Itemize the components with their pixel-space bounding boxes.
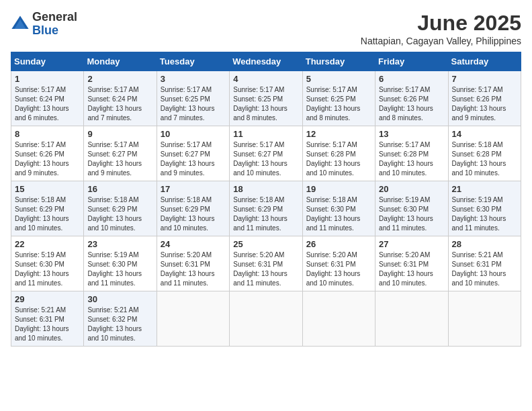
daylight-label: Daylight: 13 hours and 11 minutes. xyxy=(233,215,287,232)
sunrise-label: Sunrise: 5:17 AM xyxy=(15,86,66,93)
table-row: 5 Sunrise: 5:17 AM Sunset: 6:25 PM Dayli… xyxy=(302,71,375,126)
table-row: 17 Sunrise: 5:18 AM Sunset: 6:29 PM Dayl… xyxy=(157,181,229,236)
sunset-label: Sunset: 6:31 PM xyxy=(161,261,210,268)
daylight-label: Daylight: 13 hours and 6 minutes. xyxy=(15,105,69,122)
day-number: 5 xyxy=(306,74,371,84)
calendar-header-row: Sunday Monday Tuesday Wednesday Thursday… xyxy=(11,52,521,71)
day-number: 18 xyxy=(233,184,298,194)
daylight-label: Daylight: 13 hours and 10 minutes. xyxy=(452,270,506,287)
day-info: Sunrise: 5:18 AM Sunset: 6:29 PM Dayligh… xyxy=(233,195,298,233)
day-number: 13 xyxy=(379,129,444,139)
daylight-label: Daylight: 13 hours and 11 minutes. xyxy=(233,270,287,287)
daylight-label: Daylight: 13 hours and 10 minutes. xyxy=(379,270,433,287)
sunset-label: Sunset: 6:28 PM xyxy=(452,150,502,158)
day-info: Sunrise: 5:17 AM Sunset: 6:25 PM Dayligh… xyxy=(161,85,226,123)
day-number: 4 xyxy=(233,74,298,84)
sunset-label: Sunset: 6:25 PM xyxy=(306,95,356,103)
table-row xyxy=(375,291,448,347)
sunrise-label: Sunrise: 5:17 AM xyxy=(306,141,357,148)
calendar-row: 1 Sunrise: 5:17 AM Sunset: 6:24 PM Dayli… xyxy=(11,71,521,126)
sunset-label: Sunset: 6:31 PM xyxy=(233,261,283,268)
sunset-label: Sunset: 6:29 PM xyxy=(15,205,64,213)
table-row: 14 Sunrise: 5:18 AM Sunset: 6:28 PM Dayl… xyxy=(448,126,521,181)
calendar-table: Sunday Monday Tuesday Wednesday Thursday… xyxy=(11,52,521,347)
sunrise-label: Sunrise: 5:17 AM xyxy=(87,141,138,148)
sunrise-label: Sunrise: 5:17 AM xyxy=(161,86,212,93)
day-number: 26 xyxy=(306,239,371,249)
table-row: 10 Sunrise: 5:17 AM Sunset: 6:27 PM Dayl… xyxy=(157,126,229,181)
daylight-label: Daylight: 13 hours and 11 minutes. xyxy=(452,215,506,232)
calendar-row: 29 Sunrise: 5:21 AM Sunset: 6:31 PM Dayl… xyxy=(11,291,521,347)
daylight-label: Daylight: 13 hours and 10 minutes. xyxy=(15,215,69,232)
day-info: Sunrise: 5:17 AM Sunset: 6:27 PM Dayligh… xyxy=(87,140,152,178)
day-number: 11 xyxy=(233,129,298,139)
sunrise-label: Sunrise: 5:19 AM xyxy=(452,196,503,203)
day-info: Sunrise: 5:18 AM Sunset: 6:29 PM Dayligh… xyxy=(161,195,226,233)
day-info: Sunrise: 5:17 AM Sunset: 6:28 PM Dayligh… xyxy=(306,140,371,178)
sunset-label: Sunset: 6:27 PM xyxy=(161,150,210,158)
daylight-label: Daylight: 13 hours and 10 minutes. xyxy=(306,270,361,287)
table-row: 18 Sunrise: 5:18 AM Sunset: 6:29 PM Dayl… xyxy=(230,181,302,236)
sunrise-label: Sunrise: 5:17 AM xyxy=(15,141,66,148)
sunset-label: Sunset: 6:29 PM xyxy=(233,205,283,213)
day-info: Sunrise: 5:17 AM Sunset: 6:28 PM Dayligh… xyxy=(379,140,444,178)
sunset-label: Sunset: 6:31 PM xyxy=(15,316,64,323)
table-row: 16 Sunrise: 5:18 AM Sunset: 6:29 PM Dayl… xyxy=(84,181,157,236)
daylight-label: Daylight: 13 hours and 10 minutes. xyxy=(87,215,142,232)
sunset-label: Sunset: 6:24 PM xyxy=(87,95,137,103)
sunset-label: Sunset: 6:26 PM xyxy=(452,95,502,103)
sunset-label: Sunset: 6:31 PM xyxy=(379,261,429,268)
sunset-label: Sunset: 6:25 PM xyxy=(233,95,283,103)
day-number: 7 xyxy=(452,74,517,84)
header-thursday: Thursday xyxy=(302,52,375,71)
daylight-label: Daylight: 13 hours and 10 minutes. xyxy=(452,160,506,177)
day-info: Sunrise: 5:17 AM Sunset: 6:26 PM Dayligh… xyxy=(452,85,517,123)
day-info: Sunrise: 5:19 AM Sunset: 6:30 PM Dayligh… xyxy=(15,250,80,288)
sunset-label: Sunset: 6:30 PM xyxy=(452,205,502,213)
daylight-label: Daylight: 13 hours and 9 minutes. xyxy=(161,160,215,177)
daylight-label: Daylight: 13 hours and 11 minutes. xyxy=(306,215,361,232)
sunset-label: Sunset: 6:28 PM xyxy=(379,150,429,158)
daylight-label: Daylight: 13 hours and 10 minutes. xyxy=(379,160,433,177)
table-row: 24 Sunrise: 5:20 AM Sunset: 6:31 PM Dayl… xyxy=(157,236,229,291)
day-number: 17 xyxy=(161,184,226,194)
daylight-label: Daylight: 13 hours and 10 minutes. xyxy=(233,160,287,177)
table-row: 1 Sunrise: 5:17 AM Sunset: 6:24 PM Dayli… xyxy=(11,71,84,126)
day-info: Sunrise: 5:19 AM Sunset: 6:30 PM Dayligh… xyxy=(452,195,517,233)
daylight-label: Daylight: 13 hours and 9 minutes. xyxy=(87,160,142,177)
sunrise-label: Sunrise: 5:21 AM xyxy=(15,306,66,314)
day-number: 30 xyxy=(87,294,152,304)
sunset-label: Sunset: 6:29 PM xyxy=(161,205,210,213)
day-info: Sunrise: 5:20 AM Sunset: 6:31 PM Dayligh… xyxy=(379,250,444,288)
header-monday: Monday xyxy=(84,52,157,71)
daylight-label: Daylight: 13 hours and 10 minutes. xyxy=(161,215,215,232)
sunset-label: Sunset: 6:29 PM xyxy=(87,205,137,213)
sunrise-label: Sunrise: 5:18 AM xyxy=(87,196,138,203)
day-info: Sunrise: 5:18 AM Sunset: 6:30 PM Dayligh… xyxy=(306,195,371,233)
sunset-label: Sunset: 6:24 PM xyxy=(15,95,64,103)
daylight-label: Daylight: 13 hours and 11 minutes. xyxy=(161,270,215,287)
day-info: Sunrise: 5:18 AM Sunset: 6:29 PM Dayligh… xyxy=(15,195,80,233)
daylight-label: Daylight: 13 hours and 11 minutes. xyxy=(379,215,433,232)
sunrise-label: Sunrise: 5:18 AM xyxy=(15,196,66,203)
day-number: 9 xyxy=(87,129,152,139)
calendar-subtitle: Nattapian, Cagayan Valley, Philippines xyxy=(361,36,521,46)
day-info: Sunrise: 5:21 AM Sunset: 6:31 PM Dayligh… xyxy=(15,306,80,343)
day-number: 16 xyxy=(87,184,152,194)
day-number: 20 xyxy=(379,184,444,194)
sunrise-label: Sunrise: 5:18 AM xyxy=(233,196,284,203)
sunrise-label: Sunrise: 5:17 AM xyxy=(87,86,138,93)
page-header: General Blue June 2025 Nattapian, Cagaya… xyxy=(11,11,521,46)
sunrise-label: Sunrise: 5:20 AM xyxy=(161,251,212,259)
table-row: 13 Sunrise: 5:17 AM Sunset: 6:28 PM Dayl… xyxy=(375,126,448,181)
table-row: 15 Sunrise: 5:18 AM Sunset: 6:29 PM Dayl… xyxy=(11,181,84,236)
day-info: Sunrise: 5:19 AM Sunset: 6:30 PM Dayligh… xyxy=(379,195,444,233)
sunrise-label: Sunrise: 5:21 AM xyxy=(87,306,138,314)
day-number: 29 xyxy=(15,294,80,304)
calendar-row: 15 Sunrise: 5:18 AM Sunset: 6:29 PM Dayl… xyxy=(11,181,521,236)
table-row: 2 Sunrise: 5:17 AM Sunset: 6:24 PM Dayli… xyxy=(84,71,157,126)
sunrise-label: Sunrise: 5:19 AM xyxy=(87,251,138,259)
table-row: 20 Sunrise: 5:19 AM Sunset: 6:30 PM Dayl… xyxy=(375,181,448,236)
sunset-label: Sunset: 6:27 PM xyxy=(87,150,137,158)
sunrise-label: Sunrise: 5:17 AM xyxy=(452,86,503,93)
